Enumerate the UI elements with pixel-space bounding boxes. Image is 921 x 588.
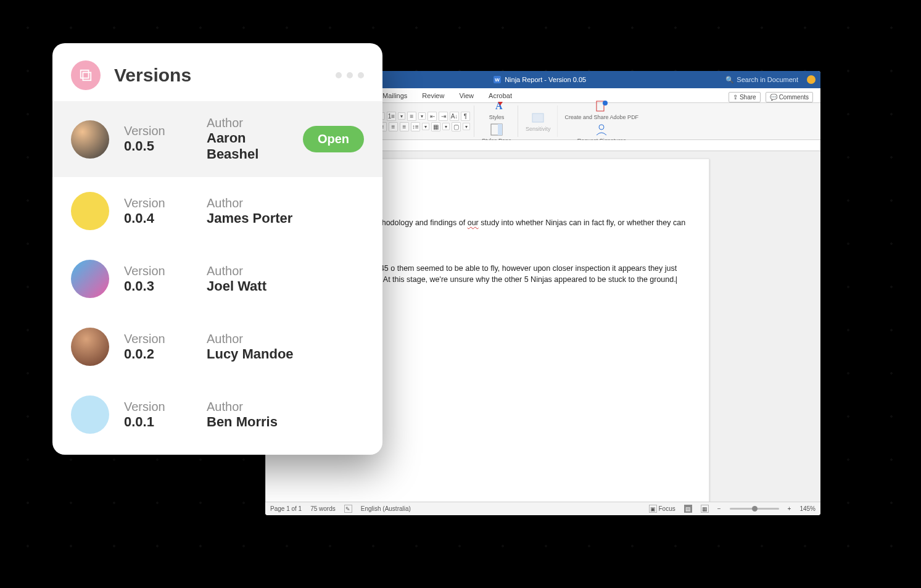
versions-header: Versions (52, 43, 382, 101)
dot-icon (358, 72, 364, 78)
svg-rect-5 (532, 114, 543, 122)
align-right-icon[interactable]: ≡ (389, 122, 398, 131)
zoom-in-button[interactable]: + (788, 505, 791, 512)
sort-icon[interactable]: A↓ (450, 112, 459, 121)
zoom-slider[interactable] (730, 508, 779, 510)
comment-icon: 💬 (770, 94, 777, 101)
spellcheck-icon[interactable]: ✎ (344, 505, 352, 513)
versions-title: Versions (114, 65, 336, 86)
avatar (71, 395, 109, 434)
author-col: AuthorJames Porter (207, 196, 364, 226)
avatar (71, 120, 109, 159)
justify-icon[interactable]: ≡ (400, 122, 409, 131)
zoom-thumb[interactable] (752, 506, 758, 511)
avatar (71, 328, 109, 366)
versions-logo (71, 60, 101, 90)
version-row[interactable]: Version0.0.1AuthorBen Morris (52, 381, 382, 449)
zoom-level[interactable]: 145% (799, 505, 816, 512)
version-label: Version (124, 196, 192, 210)
author-label: Author (207, 116, 288, 130)
titlebar-search[interactable]: 🔍 Search in Document (725, 76, 798, 84)
version-value: 0.0.1 (124, 414, 192, 430)
chevron-down-icon[interactable]: ▾ (422, 123, 429, 130)
author-label: Author (207, 332, 364, 346)
chevron-down-icon[interactable]: ▾ (398, 112, 405, 120)
version-col: Version0.0.4 (124, 196, 192, 226)
svg-point-7 (603, 101, 608, 106)
styles-pane-icon (489, 122, 505, 137)
version-row[interactable]: Version0.0.2AuthorLucy Mandoe (52, 313, 382, 381)
web-layout-icon[interactable]: ▦ (701, 505, 709, 513)
version-col: Version0.0.1 (124, 400, 192, 430)
version-col: Version0.0.5 (124, 124, 192, 154)
share-icon: ⇪ (733, 94, 738, 101)
ribbon-tab[interactable]: Mailings (381, 89, 408, 102)
create-share-pdf-button[interactable]: Create and Share Adobe PDF (563, 99, 642, 121)
word-app-icon: W (494, 76, 501, 83)
title-wrap: W Ninja Report - Version 0.05 (358, 76, 722, 83)
document-title: Ninja Report - Version 0.05 (505, 76, 586, 83)
line-spacing-icon[interactable]: ↕≡ (411, 122, 420, 131)
multilevel-list-icon[interactable]: ≡ (407, 112, 416, 121)
layers-icon (79, 68, 93, 82)
help-icon[interactable] (807, 75, 816, 84)
author-col: AuthorAaron Beashel (207, 116, 288, 162)
version-label: Version (124, 264, 192, 278)
open-button[interactable]: Open (303, 126, 364, 152)
author-value: Ben Morris (207, 414, 364, 430)
versions-list: Version0.0.5AuthorAaron BeashelOpenVersi… (52, 101, 382, 449)
search-icon: 🔍 (725, 76, 734, 84)
spelling-error[interactable]: our (468, 218, 479, 227)
svg-text:W: W (495, 77, 500, 83)
sensitivity-group: Sensitivity (519, 106, 558, 137)
ribbon-actions: ⇪ Share 💬 Comments (729, 92, 813, 102)
styles-button[interactable]: A Styles (486, 99, 507, 121)
pdf-share-icon (593, 99, 609, 114)
version-value: 0.0.2 (124, 346, 192, 362)
chevron-down-icon[interactable]: ▾ (463, 123, 470, 130)
indent-right-icon[interactable]: ⇥ (439, 112, 448, 121)
svg-rect-9 (81, 70, 89, 78)
show-marks-icon[interactable]: ¶ (461, 112, 470, 121)
author-col: AuthorJoel Watt (207, 264, 364, 294)
avatar (71, 260, 109, 298)
styles-group: A Styles Styles Pane (476, 106, 518, 137)
comments-button[interactable]: 💬 Comments (766, 92, 813, 102)
share-button[interactable]: ⇪ Share (729, 92, 761, 102)
styles-icon: A (489, 99, 505, 114)
author-value: Lucy Mandoe (207, 346, 364, 362)
versions-panel: Versions Version0.0.5AuthorAaron Beashel… (52, 43, 382, 455)
sensitivity-button: Sensitivity (523, 110, 553, 133)
indent-left-icon[interactable]: ⇤ (427, 112, 437, 121)
author-col: AuthorBen Morris (207, 400, 364, 430)
styles-label: Styles (489, 115, 505, 121)
author-label: Author (207, 196, 364, 210)
version-col: Version0.0.3 (124, 264, 192, 294)
adobe-group: Create and Share Adobe PDF Request Signa… (559, 106, 645, 137)
author-value: Aaron Beashel (207, 130, 288, 162)
more-menu[interactable] (336, 72, 364, 78)
status-page[interactable]: Page 1 of 1 (270, 505, 302, 512)
borders-icon[interactable]: ▢ (452, 122, 461, 131)
chevron-down-icon[interactable]: ▾ (418, 112, 426, 120)
version-value: 0.0.3 (124, 278, 192, 294)
version-label: Version (124, 124, 192, 138)
ribbon-tab[interactable]: View (458, 89, 475, 102)
version-row[interactable]: Version0.0.4AuthorJames Porter (52, 177, 382, 245)
status-language[interactable]: English (Australia) (361, 505, 411, 512)
dot-icon (347, 72, 353, 78)
avatar (71, 192, 109, 230)
version-row[interactable]: Version0.0.3AuthorJoel Watt (52, 245, 382, 313)
author-label: Author (207, 400, 364, 414)
version-row[interactable]: Version0.0.5AuthorAaron BeashelOpen (52, 101, 382, 177)
print-layout-icon[interactable]: ▤ (684, 505, 692, 513)
chevron-down-icon[interactable]: ▾ (442, 123, 450, 130)
numbering-icon[interactable]: 1≡ (387, 112, 396, 121)
ribbon-tab[interactable]: Review (421, 89, 445, 102)
author-label: Author (207, 264, 364, 278)
shading-icon[interactable]: ▦ (431, 122, 440, 131)
zoom-out-button[interactable]: − (717, 505, 721, 512)
focus-mode-button[interactable]: ▣Focus (649, 505, 675, 513)
status-words[interactable]: 75 words (310, 505, 336, 512)
comments-label: Comments (779, 94, 809, 101)
